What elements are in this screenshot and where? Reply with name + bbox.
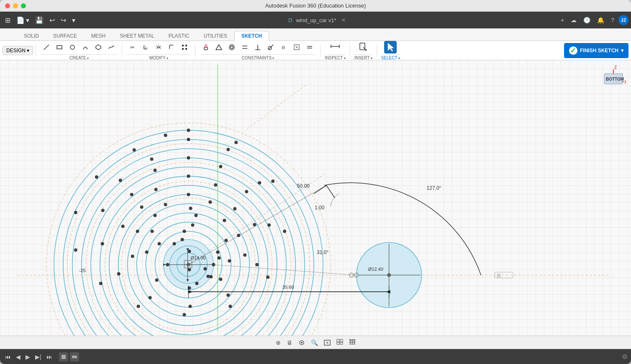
tab-sheet-metal[interactable]: SHEET METAL xyxy=(113,31,161,41)
project-cut-button[interactable] xyxy=(290,41,303,53)
svg-point-112 xyxy=(203,267,207,270)
select-tool-button[interactable] xyxy=(384,41,397,53)
line-tool-button[interactable] xyxy=(40,41,53,53)
timeline-prev-button[interactable]: ◀ xyxy=(14,353,22,361)
mirror-tool-button[interactable] xyxy=(152,41,165,53)
fillet-tool-button[interactable] xyxy=(165,41,178,53)
insert-label[interactable]: INSERT xyxy=(354,54,372,60)
svg-rect-168 xyxy=(337,339,339,342)
symmetry-button[interactable]: ⊟ xyxy=(277,41,290,53)
svg-point-110 xyxy=(224,239,228,242)
more-button[interactable] xyxy=(347,338,358,347)
svg-point-83 xyxy=(187,156,190,160)
file-button[interactable]: 📄 ▾ xyxy=(14,15,32,26)
svg-point-89 xyxy=(187,286,191,290)
polygon-tool-button[interactable] xyxy=(92,41,105,53)
sketch-canvas[interactable]: 50.00 1.00 31.0° 127.0° Ø14.00 Ø12.40 35… xyxy=(0,60,631,336)
view-button[interactable] xyxy=(296,339,307,347)
tab-mesh[interactable]: MESH xyxy=(84,31,113,41)
circle-tool-button[interactable] xyxy=(66,41,79,53)
new-tab-button[interactable]: + xyxy=(558,15,567,25)
view-cube[interactable]: Z X BOTTOM xyxy=(593,65,626,99)
svg-rect-10 xyxy=(204,47,208,50)
close-button[interactable] xyxy=(5,3,10,8)
svg-point-75 xyxy=(226,293,230,297)
equal-button[interactable] xyxy=(303,41,316,53)
svg-point-105 xyxy=(140,205,144,209)
svg-point-116 xyxy=(151,229,154,233)
tab-plastic[interactable]: PLASTIC xyxy=(162,31,197,41)
save-button[interactable]: 💾 xyxy=(33,15,46,26)
grid-menu-button[interactable]: ⊞ xyxy=(3,15,13,26)
spline-tool-button[interactable] xyxy=(105,41,118,53)
pan-button[interactable]: ⊕ xyxy=(274,338,283,347)
timeline-item-2[interactable] xyxy=(70,352,79,361)
tangent-button[interactable] xyxy=(264,41,277,53)
timeline-play-button[interactable]: ▶ xyxy=(24,353,32,361)
insert-dxf-button[interactable] xyxy=(357,41,369,53)
minimize-button[interactable] xyxy=(13,3,18,8)
timeline-first-button[interactable]: ⏮ xyxy=(3,353,13,361)
svg-point-101 xyxy=(187,268,191,271)
timeline-last-button[interactable]: ⏭ xyxy=(45,353,54,361)
maximize-button[interactable] xyxy=(21,3,26,8)
bottom-toolbar: ⊕ 🖥 🔍 xyxy=(0,336,631,349)
coincident-button[interactable] xyxy=(213,41,225,53)
settings-button[interactable]: ⚙ xyxy=(622,353,628,361)
sep-3 xyxy=(195,44,195,57)
close-tab-button[interactable]: ✕ xyxy=(339,16,348,24)
sketch-dimension-button[interactable] xyxy=(329,41,341,53)
timeline-next-button[interactable]: ▶| xyxy=(33,353,43,361)
zoom-fit-button[interactable] xyxy=(322,339,333,347)
tab-utilities[interactable]: UTILITIES xyxy=(197,31,234,41)
modify-icons: ✂ xyxy=(126,41,191,53)
inspect-label[interactable]: INSPECT xyxy=(325,54,346,60)
svg-point-164 xyxy=(301,342,303,344)
notification-button[interactable]: 🔔 xyxy=(595,15,607,25)
svg-point-111 xyxy=(217,256,221,260)
finish-sketch-button[interactable]: ✓ FINISH SKETCH ▾ xyxy=(564,43,628,58)
svg-rect-173 xyxy=(351,339,353,341)
help-button[interactable]: ? xyxy=(608,15,617,25)
pattern-tool-button[interactable] xyxy=(178,41,191,53)
create-label[interactable]: CREATE xyxy=(40,54,118,60)
svg-point-74 xyxy=(255,263,259,266)
parallel-button[interactable] xyxy=(239,41,251,53)
svg-rect-175 xyxy=(349,341,351,343)
lock-button[interactable] xyxy=(200,41,212,53)
offset-tool-button[interactable] xyxy=(139,41,152,53)
svg-point-65 xyxy=(74,248,77,252)
modify-group: ✂ MODIFY xyxy=(125,40,192,61)
redo-dropdown[interactable]: ▾ xyxy=(69,15,78,26)
redo-button[interactable]: ↪ xyxy=(58,15,69,26)
rect-tool-button[interactable] xyxy=(53,41,66,53)
trim-tool-button[interactable]: ✂ xyxy=(126,41,139,53)
concentric-button[interactable] xyxy=(226,41,238,53)
modify-label[interactable]: MODIFY xyxy=(126,54,191,60)
module-tabs: SOLID SURFACE MESH SHEET METAL PLASTIC U… xyxy=(0,28,631,41)
file-arrow: ▾ xyxy=(26,16,29,24)
timeline-item-1[interactable] xyxy=(59,352,68,361)
display-button[interactable]: 🖥 xyxy=(285,338,295,347)
perpendicular-button[interactable] xyxy=(251,41,264,53)
svg-point-96 xyxy=(214,183,217,187)
tab-solid[interactable]: SOLID xyxy=(17,31,46,41)
tab-sketch[interactable]: SKETCH xyxy=(234,31,269,41)
zoom-button[interactable]: 🔍 xyxy=(309,338,320,347)
design-dropdown-button[interactable]: DESIGN ▾ xyxy=(3,46,33,55)
tab-file-icon: 🗋 xyxy=(288,17,293,23)
undo-icon: ↩ xyxy=(49,16,55,24)
arc-tool-button[interactable] xyxy=(79,41,92,53)
cloud-button[interactable]: ☁ xyxy=(568,15,579,25)
user-avatar[interactable]: JZ xyxy=(618,15,628,25)
tab-surface[interactable]: SURFACE xyxy=(46,31,84,41)
timeline-history xyxy=(59,352,79,361)
clock-button[interactable]: 🕐 xyxy=(581,15,593,25)
canvas-area[interactable]: 50.00 1.00 31.0° 127.0° Ø14.00 Ø12.40 35… xyxy=(0,60,631,336)
undo-button[interactable]: ↩ xyxy=(47,15,57,26)
grid-display-button[interactable] xyxy=(334,338,345,347)
svg-rect-179 xyxy=(351,344,353,344)
select-label[interactable]: SELECT xyxy=(381,54,400,60)
constraints-label[interactable]: CONSTRAINTS xyxy=(200,54,316,60)
svg-line-0 xyxy=(44,45,49,50)
